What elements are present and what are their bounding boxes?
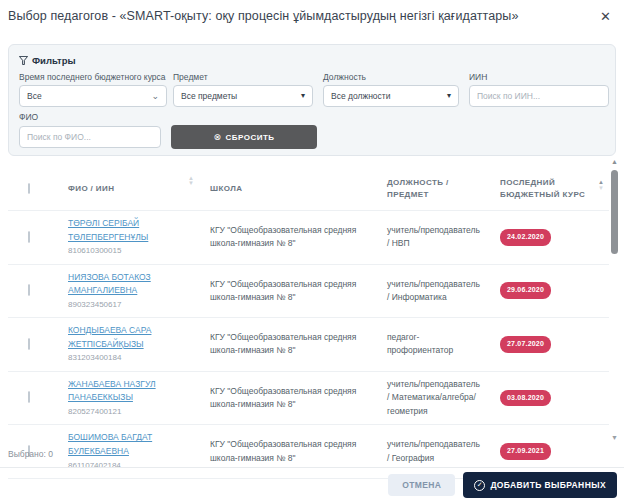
add-selected-button[interactable]: ✓ ДОБАВИТЬ ВЫБРАННЫХ <box>463 472 617 498</box>
row-checkbox[interactable] <box>28 338 30 350</box>
school-cell: КГУ "Общеобразовательная средняя школа-г… <box>202 272 379 310</box>
scroll-up-icon[interactable]: ▲ <box>611 158 618 165</box>
position-cell: учитель/преподаватель / НВП <box>379 218 492 256</box>
table-row: КОНДЫБАЕВА САРА ЖЕТПІСБАЙҚЫЗЫ 8312034001… <box>8 317 609 371</box>
fio-search-input[interactable] <box>27 132 153 142</box>
last-course-date-badge: 29.06.2020 <box>500 282 551 299</box>
school-cell: КГУ "Общеобразовательная средняя школа-г… <box>202 379 379 417</box>
last-course-date-badge: 27.07.2020 <box>500 336 551 353</box>
position-value: Все должности <box>331 91 390 101</box>
row-checkbox[interactable] <box>28 231 30 243</box>
teacher-name-link[interactable]: ЖАНАБАЕВА НАЗГУЛ ПАНАБЕККЫЗЫ <box>68 378 194 405</box>
school-cell: КГУ "Общеобразовательная средняя школа-г… <box>202 432 379 470</box>
cancel-button[interactable]: ОТМЕНА <box>388 474 455 496</box>
filter-funnel-icon <box>19 56 28 65</box>
filters-panel: Фильтры Время последнего бюджетного курс… <box>8 44 616 156</box>
check-circle-icon: ✓ <box>474 480 485 491</box>
col-header-school[interactable]: ШКОЛА <box>202 183 379 195</box>
subject-select[interactable]: Все предметы ▾ <box>173 85 313 107</box>
modal-title: Выбор педагогов - «SMART-оқыту: оқу проц… <box>8 9 519 23</box>
position-cell: учитель/преподаватель / Информатика <box>379 272 492 310</box>
fio-field-wrap <box>19 126 161 148</box>
fio-label: ФИО <box>19 112 38 122</box>
modal-header: Выбор педагогов - «SMART-оқыту: оқу проц… <box>0 0 624 34</box>
table-header-row: ФИО / ИИН ШКОЛА ДОЛЖНОСТЬ / ПРЕДМЕТ ПОСЛ… <box>8 168 609 210</box>
scrollbar-thumb[interactable] <box>611 170 618 254</box>
course-time-label: Время последнего бюджетного курса <box>19 72 166 82</box>
iin-label: ИИН <box>469 72 487 82</box>
table-row: ЖАНАБАЕВА НАЗГУЛ ПАНАБЕККЫЗЫ 82052740012… <box>8 371 609 425</box>
sort-icon-last-course[interactable]: ▲▼ <box>598 180 604 191</box>
row-checkbox[interactable] <box>28 391 30 403</box>
school-cell: КГУ "Общеобразовательная средняя школа-г… <box>202 325 379 363</box>
teacher-iin: 831203400184 <box>68 352 194 364</box>
close-icon[interactable]: ✕ <box>597 9 614 24</box>
position-label: Должность <box>323 72 366 82</box>
table-body: ТӨРӘЛІ СЕРІБАЙ ТӨЛЕПБЕРГЕНҰЛЫ 8106103000… <box>8 210 609 479</box>
sort-icon[interactable]: ▲▼ <box>188 176 194 186</box>
course-time-value: Все <box>27 91 42 101</box>
teacher-iin: 810610300015 <box>68 245 194 257</box>
reset-icon: ⊗ <box>213 132 221 142</box>
school-cell: КГУ "Общеобразовательная средняя школа-г… <box>202 218 379 256</box>
last-course-date-badge: 27.09.2021 <box>500 443 551 460</box>
footer: ОТМЕНА ✓ ДОБАВИТЬ ВЫБРАННЫХ <box>0 468 617 502</box>
row-checkbox[interactable] <box>28 284 30 296</box>
filters-title: Фильтры <box>19 55 76 66</box>
teacher-name-link[interactable]: НИЯЗОВА БОТАКОЗ АМАНГАЛИЕВНА <box>68 271 194 298</box>
iin-field-wrap <box>469 85 609 107</box>
position-cell: учитель/преподаватель / География <box>379 432 492 470</box>
select-all-checkbox[interactable] <box>28 183 30 194</box>
table-row: ТӨРӘЛІ СЕРІБАЙ ТӨЛЕПБЕРГЕНҰЛЫ 8106103000… <box>8 210 609 264</box>
chevron-down-icon: ⌄ <box>151 92 159 101</box>
position-cell: учитель/преподаватель / Математика/алгеб… <box>379 372 492 424</box>
add-selected-label: ДОБАВИТЬ ВЫБРАННЫХ <box>490 480 606 490</box>
col-header-position[interactable]: ДОЛЖНОСТЬ / ПРЕДМЕТ <box>379 177 492 201</box>
chevron-down-icon: ▾ <box>447 92 451 100</box>
teacher-iin: 890323450617 <box>68 299 194 311</box>
col-header-last-course[interactable]: ПОСЛЕДНИЙ БЮДЖЕТНЫЙ КУРС <box>492 177 609 201</box>
reset-filters-button[interactable]: ⊗ СБРОСИТЬ <box>171 125 317 149</box>
scroll-down-icon[interactable]: ▼ <box>611 434 618 441</box>
teachers-table: ФИО / ИИН ШКОЛА ДОЛЖНОСТЬ / ПРЕДМЕТ ПОСЛ… <box>8 168 609 479</box>
chevron-down-icon: ▾ <box>301 92 305 100</box>
subject-label: Предмет <box>173 72 208 82</box>
iin-search-input[interactable] <box>477 91 601 101</box>
position-select[interactable]: Все должности ▾ <box>323 85 459 107</box>
last-course-date-badge: 24.02.2020 <box>500 229 551 246</box>
teacher-iin: 820527400121 <box>68 406 194 418</box>
filters-title-label: Фильтры <box>32 55 76 66</box>
course-time-select[interactable]: Все ⌄ <box>19 85 167 107</box>
selected-count: Выбрано: 0 <box>8 449 53 459</box>
subject-value: Все предметы <box>181 91 237 101</box>
last-course-date-badge: 03.08.2020 <box>500 390 551 407</box>
teacher-name-link[interactable]: КОНДЫБАЕВА САРА ЖЕТПІСБАЙҚЫЗЫ <box>68 324 194 351</box>
reset-label: СБРОСИТЬ <box>225 133 274 142</box>
teacher-name-link[interactable]: БОШИМОВА БАГДАТ БУЛЕКБАЕВНА <box>68 431 194 458</box>
col-header-fio[interactable]: ФИО / ИИН <box>60 183 202 195</box>
teacher-name-link[interactable]: ТӨРӘЛІ СЕРІБАЙ ТӨЛЕПБЕРГЕНҰЛЫ <box>68 217 194 244</box>
position-cell: педагог-профориентатор <box>379 325 492 363</box>
table-row: НИЯЗОВА БОТАКОЗ АМАНГАЛИЕВНА 89032345061… <box>8 264 609 318</box>
